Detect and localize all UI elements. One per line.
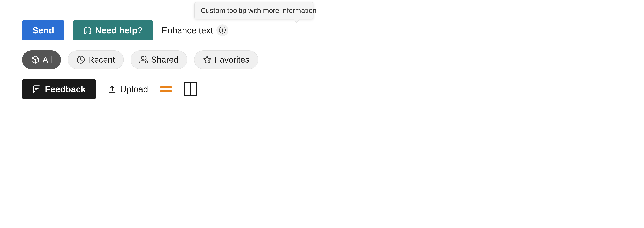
pill-favorites-label: Favorites (214, 55, 250, 65)
tooltip-box: Custom tooltip with more information (194, 2, 314, 19)
cube-icon (31, 56, 40, 64)
grid-view-icon[interactable] (184, 82, 198, 96)
pill-favorites[interactable]: Favorites (194, 50, 258, 69)
pill-shared[interactable]: Shared (130, 50, 187, 69)
filter-pills-row: All Recent Shared Favorites (22, 50, 258, 69)
grid-cell-3 (184, 89, 191, 95)
upload-button[interactable]: Upload (108, 84, 148, 94)
row-actions: Send Need help? Enhance text ⓘ Custom to… (22, 21, 258, 40)
star-icon (203, 56, 212, 64)
enhance-text-label: Enhance text (162, 25, 213, 35)
pill-shared-label: Shared (151, 55, 178, 65)
info-button[interactable]: ⓘ (216, 24, 228, 36)
help-label: Need help? (95, 25, 143, 35)
list-line-1 (160, 86, 172, 88)
grid-cell-1 (184, 83, 191, 89)
list-view-icon[interactable] (160, 85, 172, 94)
feedback-button[interactable]: Feedback (22, 79, 96, 99)
upload-icon (108, 85, 117, 94)
upload-label: Upload (120, 84, 148, 94)
tooltip-text: Custom tooltip with more information (201, 7, 317, 15)
help-button[interactable]: Need help? (73, 21, 153, 40)
pill-all[interactable]: All (22, 50, 61, 69)
pill-recent-label: Recent (88, 55, 115, 65)
feedback-label: Feedback (45, 84, 86, 94)
pill-all-label: All (42, 55, 52, 65)
feedback-icon (32, 85, 41, 94)
row-bottom: Feedback Upload (22, 79, 258, 99)
headset-icon (83, 26, 92, 35)
send-button[interactable]: Send (22, 21, 64, 40)
grid-cell-4 (191, 89, 197, 95)
shared-icon (140, 56, 148, 64)
list-line-2 (160, 90, 172, 92)
clock-icon (76, 56, 85, 64)
enhance-text-group: Enhance text ⓘ Custom tooltip with more … (162, 24, 228, 36)
send-label: Send (32, 25, 54, 35)
pill-recent[interactable]: Recent (68, 50, 124, 69)
grid-cell-2 (191, 83, 197, 89)
svg-marker-3 (204, 56, 211, 63)
svg-point-2 (141, 57, 144, 59)
